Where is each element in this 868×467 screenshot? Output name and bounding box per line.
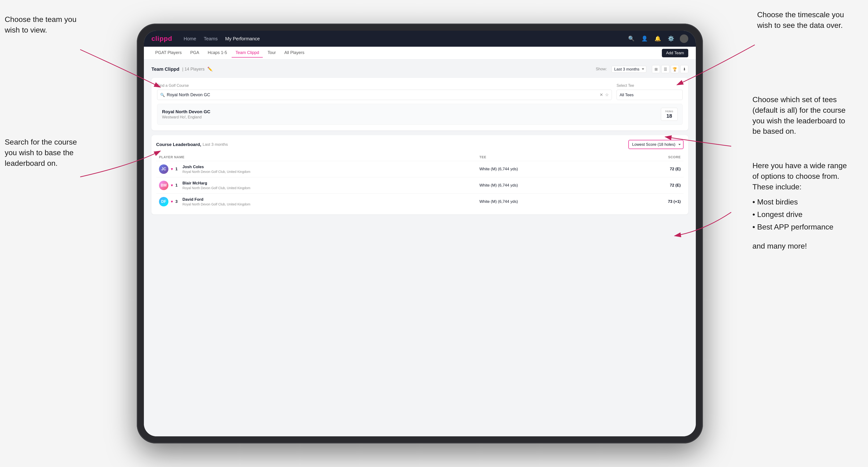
sub-nav-team-clippd[interactable]: Team Clippd xyxy=(231,49,263,58)
search-input-wrap: 🔍 ✕ ☆ xyxy=(157,90,612,100)
score-type-dropdown[interactable]: Lowest Score (18 holes) Most Birdies Lon… xyxy=(628,140,684,149)
nav-link-my-performance[interactable]: My Performance xyxy=(225,36,260,41)
tee-cell-1: White (M) (6,744 yds) xyxy=(476,177,622,194)
tee-cell-2: White (M) (6,744 yds) xyxy=(476,194,622,210)
tablet-frame: clippd Home Teams My Performance 🔍 👤 🔔 ⚙… xyxy=(137,24,703,443)
annotation-search-course: Search for the courseyou wish to base th… xyxy=(5,137,85,168)
annotation-tees: Choose which set of tees(default is all)… xyxy=(752,94,856,136)
heart-icon-1[interactable]: ♥ xyxy=(171,183,173,187)
option-app: Best APP performance xyxy=(752,221,856,233)
tee-col-header: TEE xyxy=(476,153,622,161)
rank-0: 1 xyxy=(176,167,180,172)
player-name-col-header: PLAYER NAME xyxy=(156,153,476,161)
grid-view-icon[interactable]: ⊞ xyxy=(652,65,660,73)
rank-2: 3 xyxy=(176,199,180,204)
tee-label: Select Tee xyxy=(617,84,683,88)
score-cell-1: 72 (E) xyxy=(622,177,684,194)
sub-nav: PGAT Players PGA Hcaps 1-5 Team Clippd T… xyxy=(144,47,696,59)
edit-icon[interactable]: ✏️ xyxy=(207,66,213,72)
people-icon[interactable]: 👤 xyxy=(640,34,649,43)
player-name-info-2: David Ford Royal North Devon Golf Club, … xyxy=(183,197,250,206)
course-search-input[interactable] xyxy=(167,92,598,97)
tee-select[interactable]: All Tees White (M) Yellow (M) Red (L) xyxy=(620,93,680,97)
heart-icon-2[interactable]: ♥ xyxy=(171,199,173,204)
sub-nav-pgat[interactable]: PGAT Players xyxy=(151,49,185,58)
option-drive: Longest drive xyxy=(752,208,856,221)
leaderboard-header: Course Leaderboard, Last 3 months Lowest… xyxy=(156,140,684,149)
heart-icon-0[interactable]: ♥ xyxy=(171,167,173,171)
player-cell-1: BM ♥ 1 Blair McHarg Royal North Devon Go… xyxy=(156,177,476,194)
find-label: Find a Golf Course xyxy=(157,84,612,88)
player-cell-2: DF ♥ 3 David Ford Royal North Devon Golf… xyxy=(156,194,476,210)
leaderboard-title: Course Leaderboard, xyxy=(156,142,201,147)
download-icon[interactable]: ⬇ xyxy=(680,65,688,73)
score-cell-0: 72 (E) xyxy=(622,161,684,177)
sub-nav-hcaps[interactable]: Hcaps 1-5 xyxy=(204,49,231,58)
nav-link-teams[interactable]: Teams xyxy=(204,36,218,41)
notification-icon[interactable]: 🔔 xyxy=(653,34,662,43)
player-name-1: Blair McHarg xyxy=(183,181,250,186)
holes-label: Holes xyxy=(665,110,673,113)
team-count: | 14 Players xyxy=(182,67,205,72)
avatar[interactable] xyxy=(680,34,688,43)
sub-nav-all-players[interactable]: All Players xyxy=(281,49,308,58)
leaderboard-table: PLAYER NAME TEE SCORE JC ♥ 1 Josh Coles … xyxy=(156,153,684,210)
tablet-screen: clippd Home Teams My Performance 🔍 👤 🔔 ⚙… xyxy=(144,31,696,436)
score-cell-2: 73 (+1) xyxy=(622,194,684,210)
player-club-1: Royal North Devon Golf Club, United King… xyxy=(183,186,250,190)
player-name-info-0: Josh Coles Royal North Devon Golf Club, … xyxy=(183,165,250,174)
tee-col: Select Tee All Tees White (M) Yellow (M)… xyxy=(617,84,683,100)
settings-icon[interactable]: ⚙️ xyxy=(666,34,675,43)
list-view-icon[interactable]: ☰ xyxy=(661,65,670,73)
player-name-info-1: Blair McHarg Royal North Devon Golf Club… xyxy=(183,181,250,190)
course-name: Royal North Devon GC xyxy=(162,109,661,115)
trophy-icon[interactable]: 🏆 xyxy=(671,65,679,73)
clear-icon[interactable]: ✕ xyxy=(599,92,603,97)
nav-logo: clippd xyxy=(151,35,172,42)
table-row: JC ♥ 1 Josh Coles Royal North Devon Golf… xyxy=(156,161,684,177)
top-nav: clippd Home Teams My Performance 🔍 👤 🔔 ⚙… xyxy=(144,31,696,47)
annotation-choose-team: Choose the team youwish to view. xyxy=(5,14,85,35)
search-row: Find a Golf Course 🔍 ✕ ☆ Select Tee Al xyxy=(157,84,683,100)
holes-box: Holes 18 xyxy=(661,108,678,121)
nav-icons: 🔍 👤 🔔 ⚙️ xyxy=(627,34,688,43)
star-icon[interactable]: ☆ xyxy=(605,92,609,97)
player-avatar-0: JC xyxy=(159,164,168,174)
leaderboard-subtitle: Last 3 months xyxy=(203,142,228,147)
sub-nav-pga[interactable]: PGA xyxy=(186,49,203,58)
add-team-button[interactable]: Add Team xyxy=(662,49,688,57)
course-location: Westward Ho!, England xyxy=(162,115,661,119)
player-name-2: David Ford xyxy=(183,197,250,202)
show-label: Show: xyxy=(596,67,607,71)
view-icons: ⊞ ☰ 🏆 ⬇ xyxy=(652,65,688,73)
search-section: Find a Golf Course 🔍 ✕ ☆ Select Tee Al xyxy=(151,78,688,130)
score-col-header: SCORE xyxy=(622,153,684,161)
tee-select-wrap: All Tees White (M) Yellow (M) Red (L) xyxy=(617,90,683,100)
table-row: DF ♥ 3 David Ford Royal North Devon Golf… xyxy=(156,194,684,210)
player-club-2: Royal North Devon Golf Club, United King… xyxy=(183,203,250,206)
player-avatar-2: DF xyxy=(159,197,168,206)
search-magnifier-icon: 🔍 xyxy=(160,93,165,97)
annotation-options: Here you have a wide rangeof options to … xyxy=(752,160,856,251)
nav-link-home[interactable]: Home xyxy=(184,36,196,41)
search-col: Find a Golf Course 🔍 ✕ ☆ xyxy=(157,84,612,100)
team-header: Team Clippd | 14 Players ✏️ Show: Last 3… xyxy=(151,65,688,73)
search-icon[interactable]: 🔍 xyxy=(627,34,636,43)
player-name-0: Josh Coles xyxy=(183,165,250,169)
rank-1: 1 xyxy=(176,183,180,188)
team-title: Team Clippd xyxy=(151,66,180,72)
course-info: Royal North Devon GC Westward Ho!, Engla… xyxy=(162,109,661,119)
player-avatar-1: BM xyxy=(159,181,168,190)
main-content: Team Clippd | 14 Players ✏️ Show: Last 3… xyxy=(144,59,696,436)
option-birdies: Most birdies xyxy=(752,196,856,208)
player-club-0: Royal North Devon Golf Club, United King… xyxy=(183,170,250,174)
table-row: BM ♥ 1 Blair McHarg Royal North Devon Go… xyxy=(156,177,684,194)
course-result: Royal North Devon GC Westward Ho!, Engla… xyxy=(157,104,683,125)
and-more: and many more! xyxy=(752,241,856,251)
annotation-timescale: Choose the timescale youwish to see the … xyxy=(757,9,856,31)
sub-nav-tour[interactable]: Tour xyxy=(264,49,280,58)
holes-value: 18 xyxy=(665,113,673,119)
leaderboard-section: Course Leaderboard, Last 3 months Lowest… xyxy=(151,135,688,214)
player-cell-0: JC ♥ 1 Josh Coles Royal North Devon Golf… xyxy=(156,161,476,177)
show-dropdown[interactable]: Last 3 months Last month Last 6 months L… xyxy=(612,66,646,73)
